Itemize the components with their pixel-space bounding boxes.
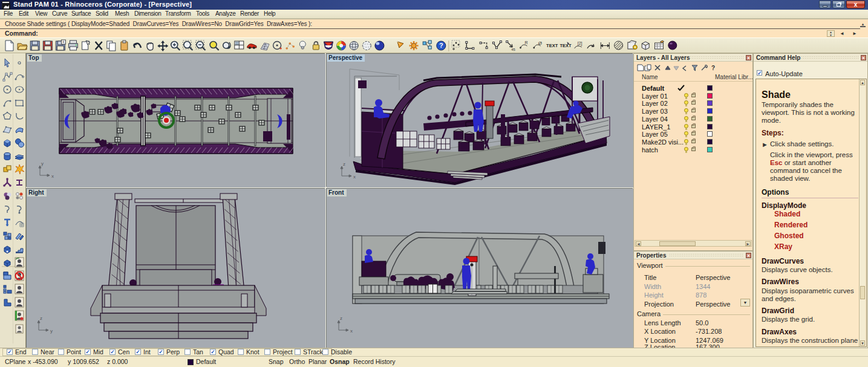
svg-text:x: x: [51, 174, 54, 179]
svg-text:TEXT: TEXT: [560, 43, 572, 48]
svg-text:Ø: Ø: [538, 41, 542, 46]
svg-text:x: x: [353, 174, 356, 180]
svg-text:TEXT: TEXT: [546, 43, 558, 48]
svg-text:[2]: [2]: [578, 41, 582, 46]
svg-text:z: z: [340, 316, 342, 321]
svg-text:z: z: [343, 161, 345, 167]
svg-text:45: 45: [511, 48, 515, 51]
svg-text:y: y: [41, 161, 44, 166]
svg-text:x: x: [350, 328, 353, 334]
svg-text:?: ?: [711, 65, 715, 71]
svg-text:?: ?: [439, 42, 443, 49]
svg-text:+: +: [62, 40, 65, 44]
svg-text:y: y: [50, 328, 53, 334]
svg-text:z: z: [40, 316, 42, 321]
svg-text:R: R: [525, 41, 528, 45]
